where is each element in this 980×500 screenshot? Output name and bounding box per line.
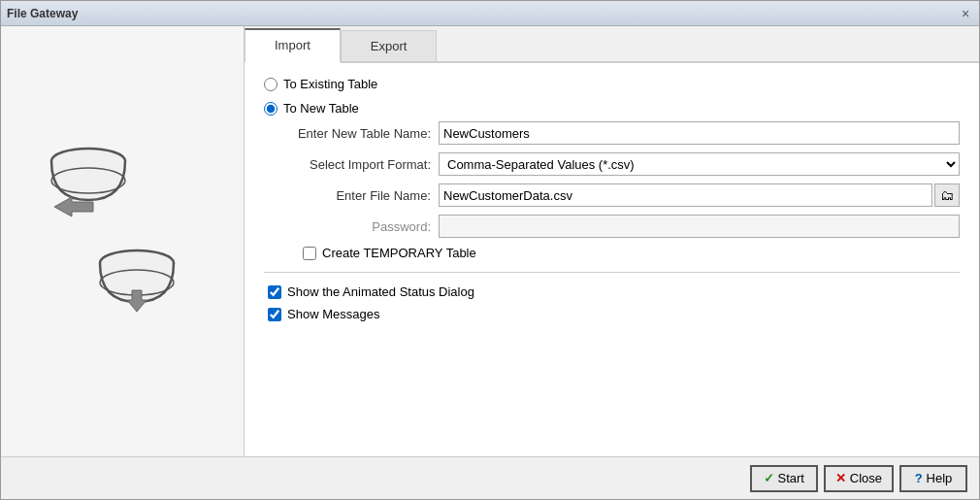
radio-new-label: To New Table: [283, 101, 359, 116]
file-name-input-group: 🗂: [439, 183, 960, 207]
new-table-name-label: Enter New Table Name:: [283, 126, 439, 141]
start-icon: ✓: [764, 471, 774, 485]
temp-table-row: Create TEMPORARY Table: [303, 246, 960, 260]
close-button[interactable]: ✕ Close: [824, 465, 894, 492]
radio-new-input[interactable]: [264, 102, 278, 116]
browse-icon: 🗂: [940, 187, 954, 203]
new-table-name-input[interactable]: [439, 121, 960, 145]
password-input[interactable]: [439, 215, 960, 238]
main-window: File Gateway ×: [0, 0, 980, 500]
window-close-button[interactable]: ×: [958, 6, 973, 21]
file-name-row: Enter File Name: 🗂: [283, 183, 960, 207]
top-database-icon: [45, 147, 142, 224]
new-table-name-row: Enter New Table Name:: [283, 121, 960, 145]
main-content: Import Export To Existing Table To New T…: [1, 26, 979, 456]
tab-content-import: To Existing Table To New Table Enter New…: [245, 63, 979, 456]
temp-table-checkbox[interactable]: [303, 247, 316, 260]
import-format-label: Select Import Format:: [283, 157, 439, 172]
start-label: Start: [778, 471, 804, 485]
db-icon-area: [45, 147, 200, 336]
show-messages-row: Show Messages: [268, 307, 960, 321]
show-status-label: Show the Animated Status Dialog: [287, 284, 474, 299]
window-title: File Gateway: [7, 7, 78, 20]
tab-export[interactable]: Export: [341, 30, 438, 61]
temp-table-label: Create TEMPORARY Table: [322, 246, 476, 260]
help-icon: ?: [915, 471, 923, 485]
show-status-checkbox[interactable]: [268, 285, 281, 299]
tab-import[interactable]: Import: [245, 28, 341, 63]
radio-existing-label: To Existing Table: [283, 77, 377, 91]
radio-new-table[interactable]: To New Table: [264, 101, 960, 116]
browse-button[interactable]: 🗂: [934, 183, 960, 207]
password-label: Password:: [283, 219, 439, 234]
footer: ✓ Start ✕ Close ? Help: [1, 456, 979, 499]
right-panel: Import Export To Existing Table To New T…: [244, 26, 979, 456]
help-button[interactable]: ? Help: [899, 465, 967, 492]
show-messages-label: Show Messages: [287, 307, 379, 321]
show-status-row: Show the Animated Status Dialog: [268, 284, 960, 299]
import-format-row: Select Import Format: Comma-Separated Va…: [283, 152, 960, 176]
bottom-database-icon: [83, 244, 200, 336]
close-x-icon: ✕: [835, 471, 846, 485]
show-messages-checkbox[interactable]: [268, 308, 281, 321]
help-label: Help: [927, 471, 953, 485]
file-name-label: Enter File Name:: [283, 188, 439, 203]
password-row: Password:: [283, 215, 960, 238]
radio-existing-table[interactable]: To Existing Table: [264, 77, 960, 91]
file-name-input[interactable]: [439, 183, 932, 207]
import-format-select[interactable]: Comma-Separated Values (*.csv): [439, 152, 960, 176]
left-panel: [1, 26, 244, 456]
divider: [264, 272, 960, 273]
start-button[interactable]: ✓ Start: [750, 465, 818, 492]
title-bar: File Gateway ×: [1, 1, 979, 26]
tab-bar: Import Export: [245, 26, 979, 63]
radio-existing-input[interactable]: [264, 78, 278, 91]
form-section: Enter New Table Name: Select Import Form…: [283, 121, 960, 260]
close-label: Close: [850, 471, 882, 485]
